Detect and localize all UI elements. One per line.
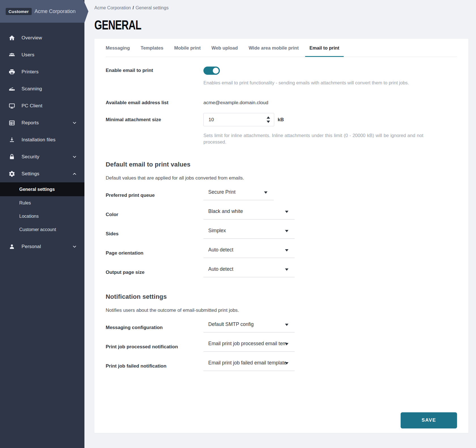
select-value: Email print job processed email temp... [208, 341, 287, 347]
color-select[interactable]: Black and white [203, 207, 295, 219]
tab-wide-area-mobile-print[interactable]: Wide area mobile print [248, 45, 299, 57]
sidebar-item-general-settings[interactable]: General settings [0, 182, 84, 196]
spinner-up-icon[interactable] [267, 116, 270, 119]
email-list-label: Available email address list [106, 99, 203, 106]
breadcrumb-separator: / [131, 5, 135, 10]
sidebar-item-label: Overview [22, 35, 77, 41]
sides-select[interactable]: Simplex [203, 226, 295, 239]
select-value: Default SMTP config [208, 321, 254, 327]
sidebar-item-label: Users [22, 52, 77, 58]
sidebar-item-pc-client[interactable]: PC Client [0, 97, 84, 114]
sidebar-item-reports[interactable]: Reports [0, 114, 84, 131]
printer-icon [8, 69, 15, 75]
sidebar-item-label: Reports [22, 120, 72, 126]
sidebar-item-printers[interactable]: Printers [0, 63, 84, 80]
sidebar-item-settings[interactable]: Settings [0, 165, 84, 182]
sidebar-item-scanning[interactable]: Scanning [0, 80, 84, 97]
field-label: Print job failed notification [106, 360, 203, 369]
chevron-down-icon [72, 244, 77, 249]
tab-mobile-print[interactable]: Mobile print [174, 45, 201, 57]
spinner-down-icon[interactable] [267, 121, 270, 123]
sidebar-item-rules[interactable]: Rules [0, 196, 84, 210]
tab-bar: Messaging Templates Mobile print Web upl… [106, 39, 457, 57]
tab-templates[interactable]: Templates [141, 45, 163, 57]
chevron-down-icon [72, 120, 77, 125]
customer-badge: Customer [6, 8, 32, 15]
messaging-configuration-row: Messaging configuration Default SMTP con… [106, 320, 457, 332]
sidebar-item-label: Personal [22, 244, 72, 249]
download-icon [8, 136, 15, 143]
print-job-processed-row: Print job processed notification Email p… [106, 339, 457, 352]
sidebar-item-label: Scanning [22, 86, 77, 92]
email-list-row: Available email address list acme@exampl… [106, 99, 457, 106]
number-spinner [267, 113, 270, 126]
select-value: Email print job failed email template [208, 360, 286, 366]
messaging-configuration-select[interactable]: Default SMTP config [203, 320, 295, 332]
tab-messaging[interactable]: Messaging [106, 45, 130, 57]
field-label: Preferred print queue [106, 189, 203, 198]
enable-email-toggle[interactable] [203, 67, 220, 75]
min-attachment-row: Minimal attachment size kB Sets limit fo… [106, 113, 457, 145]
field-label: Print job processed notification [106, 341, 203, 350]
sidebar-item-label: Installation files [22, 137, 77, 143]
monitor-icon [8, 103, 15, 109]
field-label: Output page size [106, 266, 203, 275]
select-value: Black and white [208, 208, 243, 214]
caret-down-icon [285, 362, 288, 364]
caret-down-icon [285, 324, 288, 326]
breadcrumb-customer[interactable]: Acme Corporation [94, 5, 131, 10]
preferred-print-queue-select[interactable]: Secure Print [203, 187, 274, 200]
sidebar-nav: Overview Users Printers Scanning [0, 0, 84, 255]
field-label: Messaging configuration [106, 321, 203, 330]
enable-email-label: Enable email to print [106, 67, 203, 73]
field-label: Page orientation [106, 247, 203, 256]
min-attachment-input[interactable] [204, 117, 258, 123]
caret-down-icon [285, 211, 288, 213]
min-attachment-input-box [203, 113, 274, 126]
select-value: Auto detect [208, 247, 233, 253]
sidebar-item-security[interactable]: Security [0, 148, 84, 165]
person-icon [8, 243, 15, 250]
sidebar-item-personal[interactable]: Personal [0, 238, 84, 255]
users-icon [8, 52, 15, 58]
output-page-size-row: Output page size Auto detect [106, 264, 457, 277]
caret-down-icon [285, 230, 288, 232]
gear-icon [8, 170, 15, 177]
sidebar-item-customer-account[interactable]: Customer account [0, 223, 84, 236]
save-button[interactable]: SAVE [401, 412, 457, 428]
caret-down-icon [285, 343, 288, 345]
min-attachment-help: Sets limit for inline attachments. Inlin… [203, 132, 423, 145]
output-page-size-select[interactable]: Auto detect [203, 264, 295, 277]
defaults-section-title: Default email to print values [106, 161, 457, 168]
caret-down-icon [285, 249, 288, 251]
sidebar-item-installation-files[interactable]: Installation files [0, 131, 84, 148]
select-value: Simplex [208, 228, 226, 234]
enable-email-row: Enable email to print Enables email to p… [106, 67, 457, 86]
sidebar-item-locations[interactable]: Locations [0, 210, 84, 223]
field-label: Color [106, 208, 203, 217]
reports-icon [8, 120, 15, 126]
color-row: Color Black and white [106, 207, 457, 219]
sidebar-item-label: Printers [22, 69, 77, 75]
tab-email-to-print[interactable]: Email to print [309, 45, 339, 57]
print-job-failed-select[interactable]: Email print job failed email template [203, 358, 295, 371]
min-attachment-label: Minimal attachment size [106, 113, 203, 123]
chevron-up-icon [72, 171, 77, 176]
enable-email-help: Enables email to print functionality - s… [203, 80, 457, 86]
notification-section-subtitle: Notifies users about the outcome of emai… [106, 308, 457, 313]
app-root: Customer Acme Corporation Overview Users [0, 0, 476, 448]
sidebar-item-users[interactable]: Users [0, 46, 84, 63]
sidebar-item-label: PC Client [22, 103, 77, 109]
print-job-processed-select[interactable]: Email print job processed email temp... [203, 339, 295, 352]
page-title: GENERAL [94, 17, 141, 33]
sides-row: Sides Simplex [106, 226, 457, 239]
page-orientation-select[interactable]: Auto detect [203, 245, 295, 258]
customer-name: Acme Corporation [35, 8, 76, 14]
sidebar-item-overview[interactable]: Overview [0, 29, 84, 46]
sidebar-item-label: Settings [22, 171, 72, 177]
tab-web-upload[interactable]: Web upload [211, 45, 238, 57]
defaults-section-subtitle: Default values that are applied for all … [106, 175, 457, 181]
print-job-failed-row: Print job failed notification Email prin… [106, 358, 457, 371]
preferred-print-queue-row: Preferred print queue Secure Print [106, 187, 457, 200]
breadcrumb: Acme Corporation/General settings [94, 0, 468, 10]
